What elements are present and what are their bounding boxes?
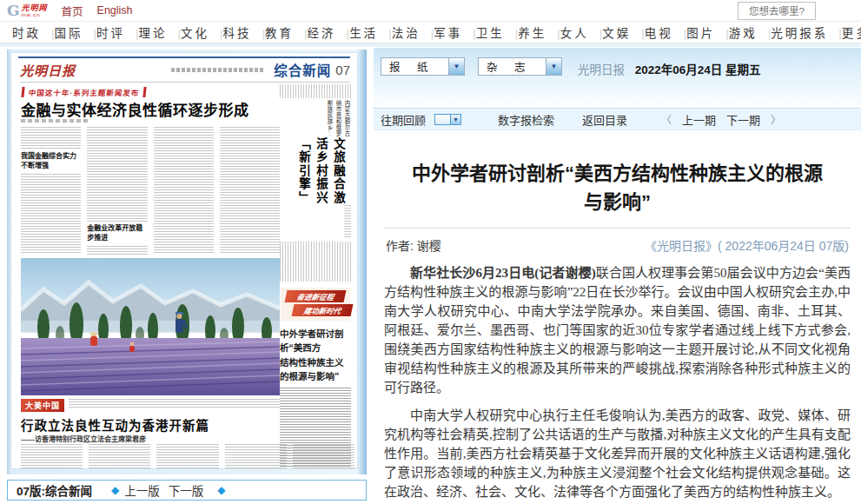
- page-footer-bar: 07版:综合新闻 ◆ 上一版 下一版 ◆: [7, 480, 367, 501]
- kicker-label: 中国这十年·系列主题新闻发布: [21, 87, 147, 97]
- logo-g-glyph: G: [7, 3, 20, 18]
- text-column: [220, 127, 280, 255]
- nav-item-weisheng[interactable]: 卫生: [476, 23, 519, 41]
- article-meta-row: 作者: 谢樱 《光明日报》( 2022年06月24日 07版): [384, 229, 851, 254]
- section-name: 综合新闻: [274, 60, 331, 79]
- reader-toolbar: 往期回顾 ▼ 数字报检索 返回目录 〈 上一期 下一期 〉: [374, 108, 861, 130]
- nav-item-youxi[interactable]: 游戏: [729, 23, 772, 41]
- angle-left-icon[interactable]: 〈: [661, 112, 672, 127]
- nav-item-more[interactable]: 更多>>: [842, 23, 861, 41]
- nav-item-jingji[interactable]: 经济: [308, 23, 350, 41]
- page-footer-label: 07版:综合新闻: [17, 481, 92, 499]
- paper-masthead: 光明日报 综合新闻 07: [20, 61, 350, 78]
- text-column: 金融业改革开放稳步推进: [87, 127, 147, 255]
- nav-item-shenghuo[interactable]: 生活: [349, 23, 392, 41]
- prev-issue-button[interactable]: 上一期: [682, 111, 716, 128]
- logo-cn-text: 光明网: [22, 4, 48, 12]
- photo-person-child: [129, 342, 135, 352]
- nav-item-dianshi[interactable]: 电视: [645, 23, 687, 41]
- paper-page-thumbnail[interactable]: 光明日报 综合新闻 07 中国这十年·系列主题新闻发布 金融与实体经济良性循环逐…: [10, 52, 358, 469]
- campaign-badge: 奋进新征程 建功新时代: [281, 288, 350, 321]
- gmw-logo[interactable]: G 光明网 mw.cn: [7, 3, 48, 18]
- digital-search-button[interactable]: 数字报检索: [498, 111, 554, 128]
- nav-item-shizheng[interactable]: 时政: [12, 23, 55, 41]
- masthead-dateline: [171, 68, 265, 72]
- nav-item-nvren[interactable]: 女人: [560, 23, 603, 41]
- next-issue-button[interactable]: 下一期: [726, 111, 760, 128]
- article-view: 中外学者研讨剖析“美西方结构性种族主义的根源与影响” 作者: 谢樱 《光明日报》…: [374, 159, 861, 501]
- back-to-contents-button[interactable]: 返回目录: [582, 111, 627, 128]
- body-text-columns: 我国金融综合实力不断增强 金融业改革开放稳步推进: [21, 127, 280, 255]
- lavender-field-photo: [21, 258, 280, 395]
- chevron-down-icon[interactable]: ▼: [448, 58, 464, 75]
- vertical-article-head: 内蒙古额尔古纳市恩和俄罗斯族民族乡: 文旅融合激活乡村振兴「新引擎」: [280, 98, 351, 237]
- edition-paper-name: 光明日报: [578, 63, 625, 76]
- nav-item-junshi[interactable]: 军事: [434, 23, 476, 41]
- nav-item-lilun[interactable]: 理论: [139, 23, 182, 41]
- edition-date-string: 2022年06月24日 星期五: [635, 63, 761, 76]
- photo-caption-row: 大美中国: [21, 399, 280, 412]
- prev-page-diamond-icon[interactable]: ◆: [111, 484, 119, 496]
- column-subhead-2: 金融业改革开放稳步推进: [87, 224, 147, 243]
- prev-page-button[interactable]: 上一版: [124, 481, 160, 499]
- second-subtitle: ——访香港特别行政区立法会主席梁君彦: [21, 434, 146, 443]
- byline-strip: [21, 119, 90, 123]
- edition-date: 光明日报 2022年06月24日 星期五: [578, 57, 761, 77]
- nav-item-guoji[interactable]: 国际: [55, 23, 97, 41]
- home-link[interactable]: 首页: [62, 3, 83, 19]
- right-page-strip: 内蒙古额尔古纳市恩和俄罗斯族民族乡: 文旅融合激活乡村振兴「新引擎」 奋进新征程…: [280, 84, 351, 467]
- badge-line-2: 建功新时代: [292, 304, 354, 316]
- next-page-button[interactable]: 下一版: [169, 481, 204, 499]
- calendar-dropdown-icon[interactable]: ▼: [451, 114, 461, 125]
- page-number: 07: [335, 63, 350, 77]
- article-paragraph: 新华社长沙6月23日电(记者谢樱)联合国人权理事会第50届会议中方边会“美西方结…: [384, 263, 851, 397]
- photo-series-label: 大美中国: [21, 399, 64, 412]
- search-input[interactable]: [738, 2, 816, 20]
- nav-item-jiaoyu[interactable]: 教育: [265, 23, 308, 41]
- nav-item-wenhua[interactable]: 文化: [181, 23, 223, 41]
- top-bar: G 光明网 mw.cn 首页 English: [0, 0, 861, 22]
- vertical-headline: 文旅融合激活乡村振兴「新引擎」: [284, 137, 347, 205]
- article-paragraph: 中南大学人权研究中心执行主任毛俊响认为,美西方的政客、政党、媒体、研究机构等社会…: [384, 406, 851, 501]
- column-subhead-1: 我国金融综合实力不断增强: [21, 152, 81, 171]
- photo-caption-text: [69, 399, 280, 409]
- paper-select[interactable]: 报 纸 ▼: [381, 57, 465, 76]
- nav-item-fazhi[interactable]: 法治: [392, 23, 434, 41]
- next-page-diamond-icon[interactable]: ◆: [217, 484, 225, 496]
- main-headline: 金融与实体经济良性循环逐步形成: [21, 98, 281, 120]
- main-nav: 时政 国际 时评 理论 文化 科技 教育 经济 生活 法治 军事 卫生 养生 女…: [0, 22, 861, 43]
- nav-item-yangsheng[interactable]: 养生: [518, 23, 560, 41]
- history-button[interactable]: 往期回顾: [381, 111, 426, 128]
- page-top-rule: [18, 56, 350, 58]
- vertical-kicker: 内蒙古额尔古纳市恩和俄罗斯族民族乡:: [280, 100, 351, 137]
- calendar-icon[interactable]: [434, 114, 451, 125]
- photo-person-red: [89, 332, 98, 346]
- nav-item-shiping[interactable]: 时评: [96, 23, 139, 41]
- text-column: [154, 127, 214, 255]
- nav-item-baoxi[interactable]: 光明报系: [771, 23, 842, 41]
- second-headline: 行政立法良性互动为香港开新篇: [21, 415, 209, 434]
- masthead-title: 光明日报: [20, 61, 76, 79]
- article-title: 中外学者研讨剖析“美西方结构性种族主义的根源与影响”: [407, 159, 827, 216]
- calendar-picker[interactable]: ▼: [434, 114, 461, 125]
- nav-item-wenyu[interactable]: 文娱: [602, 23, 645, 41]
- paper-preview-frame: 光明日报 综合新闻 07 中国这十年·系列主题新闻发布 金融与实体经济良性循环逐…: [7, 50, 367, 474]
- nav-accent-strip: [0, 43, 861, 47]
- text-column: 我国金融综合实力不断增强: [21, 127, 81, 255]
- article-body: 新华社长沙6月23日电(记者谢樱)联合国人权理事会第50届会议中方边会“美西方结…: [384, 263, 851, 501]
- magazine-select[interactable]: 杂 志 ▼: [478, 57, 562, 76]
- logo-domain-text: mw.cn: [22, 12, 48, 17]
- reader-panel: 报 纸 ▼ 杂 志 ▼ 光明日报 2022年06月24日 星期五 往期回顾 ▼ …: [374, 48, 861, 504]
- nav-item-tupian[interactable]: 图片: [686, 23, 729, 41]
- chevron-down-icon[interactable]: ▼: [546, 58, 561, 75]
- reader-header: 报 纸 ▼ 杂 志 ▼ 光明日报 2022年06月24日 星期五: [374, 48, 861, 108]
- article-lead: 新华社长沙6月23日电(记者谢樱): [410, 266, 596, 280]
- masthead-rule: [20, 82, 350, 83]
- english-link[interactable]: English: [97, 4, 133, 17]
- nav-item-keji[interactable]: 科技: [223, 23, 266, 41]
- vertical-byline: [344, 205, 351, 237]
- article-source: 《光明日报》( 2022年06月24日 07版): [645, 236, 849, 254]
- article-author: 作者: 谢樱: [386, 236, 441, 254]
- teaser-article-title: 中外学者研讨剖析“美西方 结构性种族主义的根源与影响”: [280, 327, 351, 383]
- angle-right-icon[interactable]: 〉: [771, 112, 781, 127]
